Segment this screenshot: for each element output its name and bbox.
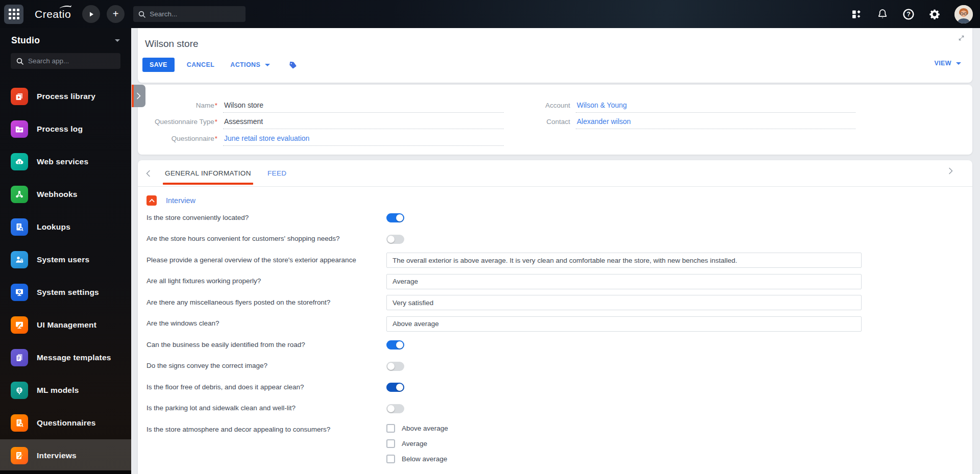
answer-input[interactable]: Average (386, 274, 862, 289)
save-button[interactable]: SAVE (142, 58, 175, 72)
grid-icon (9, 9, 19, 19)
toggle-knob (396, 214, 403, 221)
question-control (386, 340, 404, 350)
sidebar-item-lookups[interactable]: Lookups (0, 211, 131, 243)
global-search-input[interactable]: Search... (133, 6, 246, 22)
required-marker: * (215, 135, 217, 142)
toggle-switch[interactable] (386, 213, 404, 222)
workspace-selector[interactable]: Studio (0, 28, 131, 46)
record-tabs-card: GENERAL INFORMATIONFEED Interview Is the… (138, 160, 972, 474)
answer-input[interactable]: Above average (386, 316, 862, 332)
field-value-link[interactable]: Alexander wilson (576, 117, 855, 129)
question-label: Please provide a general overview of the… (146, 256, 386, 265)
sidebar-item-interviews[interactable]: Interviews (0, 439, 131, 472)
sidebar-item-process-library[interactable]: Process library (0, 80, 131, 113)
web-services-icon (11, 153, 28, 170)
marketplace-apps-button[interactable] (850, 8, 863, 20)
sidebar-item-label: Message templates (37, 353, 111, 362)
record-header-card: Wilson store SAVE CANCEL ACTIONS VIEW (138, 28, 972, 83)
sidebar-item-ui-management[interactable]: UI Management (0, 309, 131, 341)
tabs-scroll-right-button[interactable] (943, 167, 958, 174)
user-avatar[interactable] (954, 5, 973, 23)
expand-icon (958, 35, 965, 41)
sidebar-item-label: System users (37, 255, 89, 264)
sidebar-item-webhooks[interactable]: Webhooks (0, 178, 131, 211)
sidebar-item-process-log[interactable]: Process log (0, 113, 131, 145)
tab-feed[interactable]: FEED (265, 160, 289, 187)
tabs-scroll-left-button[interactable] (140, 170, 156, 177)
toggle-switch[interactable] (386, 340, 404, 350)
toggle-knob (396, 384, 403, 391)
interviews-icon (11, 447, 28, 464)
view-button[interactable]: VIEW (934, 60, 961, 67)
sidebar-item-ml-models[interactable]: ML models (0, 374, 131, 407)
ml-models-icon (11, 382, 28, 399)
sidebar-item-questionnaires[interactable]: Questionnaires (0, 407, 131, 439)
question-control (386, 235, 404, 244)
notifications-button[interactable] (876, 8, 889, 20)
toggle-switch[interactable] (386, 235, 404, 244)
checkbox-group: Above averageAverageBelow average (386, 422, 448, 463)
toggle-switch[interactable] (386, 404, 404, 413)
quick-add-button[interactable]: + (107, 5, 125, 23)
question-row: Is the floor free of debris, and does it… (146, 380, 972, 395)
checkbox-label: Average (402, 440, 427, 447)
toggle-switch[interactable] (386, 362, 404, 371)
checkbox[interactable] (386, 455, 395, 463)
app-launcher-button[interactable] (4, 5, 23, 24)
section-header: Interview (146, 195, 972, 206)
answer-input[interactable]: Very satisfied (386, 295, 862, 310)
collapse-section-button[interactable] (146, 195, 157, 206)
tab-content: Interview Is the store conveniently loca… (138, 187, 972, 463)
field-row: Name*Wilson store (138, 96, 504, 113)
gear-icon (929, 9, 940, 20)
question-list: Is the store conveniently located?Are th… (138, 210, 972, 463)
expand-page-button[interactable] (958, 34, 965, 43)
question-row: Is the parking lot and sidewalk clean an… (146, 401, 972, 416)
chevron-right-icon (136, 92, 141, 99)
help-button[interactable]: ? (902, 8, 915, 20)
tags-button[interactable] (288, 61, 297, 69)
search-icon (138, 11, 145, 18)
svg-text:?: ? (906, 11, 911, 18)
field-value[interactable]: Assessment (223, 117, 504, 129)
logo-swoosh-icon (59, 5, 72, 10)
question-control (386, 404, 404, 413)
sidebar-item-label: Process library (37, 92, 95, 101)
checkbox-option[interactable]: Average (386, 439, 448, 448)
checkbox[interactable] (386, 439, 395, 448)
answer-input[interactable]: The overall exterior is above average. I… (386, 253, 862, 268)
field-value-link[interactable]: June retail store evaluation (223, 134, 504, 146)
avatar-photo (954, 5, 973, 23)
field-value[interactable]: Wilson store (223, 101, 504, 113)
checkbox-option[interactable]: Below average (386, 455, 448, 463)
checkbox[interactable] (386, 424, 395, 433)
sidebar-item-message-templates[interactable]: Message templates (0, 341, 131, 374)
toggle-switch[interactable] (386, 383, 404, 392)
app-search-input[interactable]: Search app... (11, 53, 120, 69)
plus-icon: + (113, 9, 119, 19)
expand-side-panel-button[interactable] (132, 85, 145, 107)
question-control (386, 213, 404, 222)
question-control: The overall exterior is above average. I… (386, 253, 862, 268)
run-process-button[interactable] (82, 5, 100, 23)
question-label: Are there any miscellaneous flyers poste… (146, 298, 386, 307)
question-label: Are the store hours convenient for custo… (146, 235, 386, 243)
cancel-button[interactable]: CANCEL (187, 61, 214, 68)
question-row: Are the store hours convenient for custo… (146, 232, 972, 247)
field-label-text: Account (545, 102, 570, 109)
field-label: Name* (138, 102, 217, 113)
sidebar-item-web-services[interactable]: Web services (0, 145, 131, 178)
field-value-link[interactable]: Wilson & Young (576, 101, 855, 113)
sidebar-item-label: Process log (37, 124, 83, 134)
checkbox-option[interactable]: Above average (386, 424, 448, 433)
sidebar-item-label: Webhooks (37, 190, 78, 199)
field-label: Account (491, 102, 570, 113)
chevron-down-icon (956, 62, 961, 65)
sidebar-nav: Process libraryProcess logWeb servicesWe… (0, 80, 131, 472)
tab-general-information[interactable]: GENERAL INFORMATION (163, 160, 253, 187)
settings-button[interactable] (928, 8, 941, 20)
sidebar-item-system-settings[interactable]: System settings (0, 276, 131, 309)
sidebar-item-system-users[interactable]: System users (0, 243, 131, 276)
actions-button[interactable]: ACTIONS (230, 61, 270, 68)
